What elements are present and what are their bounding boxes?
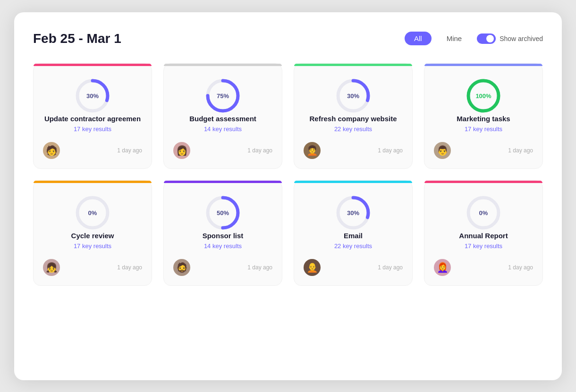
progress-text: 0% <box>88 209 97 216</box>
header-controls: All Mine Show archived <box>405 32 543 45</box>
card-footer: 👩 1 day ago <box>173 142 272 159</box>
avatar: 👩 <box>173 142 190 159</box>
card-key-results[interactable]: 17 key results <box>74 242 111 250</box>
time-ago: 1 day ago <box>508 264 533 271</box>
progress-text: 100% <box>475 92 491 99</box>
card-accent-bar <box>294 64 412 66</box>
card-title: Budget assessment <box>189 115 256 123</box>
filter-all-button[interactable]: All <box>405 32 432 45</box>
card-key-results[interactable]: 17 key results <box>465 242 502 250</box>
progress-donut: 50% <box>204 194 242 232</box>
card-key-results[interactable]: 17 key results <box>465 125 502 133</box>
card-accent-bar <box>164 181 282 183</box>
card-key-results[interactable]: 22 key results <box>334 242 372 250</box>
card-accent-bar <box>424 181 542 183</box>
task-card[interactable]: 100% Marketing tasks 17 key results 👨 1 … <box>424 63 543 169</box>
time-ago: 1 day ago <box>378 147 403 154</box>
time-ago: 1 day ago <box>117 147 142 154</box>
avatar: 🧑 <box>43 142 60 159</box>
cards-grid: 30% Update contractor agreemen 17 key re… <box>33 63 543 286</box>
progress-text: 0% <box>479 209 488 216</box>
progress-donut: 0% <box>74 194 111 232</box>
progress-donut: 30% <box>74 77 111 115</box>
card-title: Sponsor list <box>203 232 244 240</box>
task-card[interactable]: 30% Refresh company website 22 key resul… <box>294 63 413 169</box>
filter-mine-button[interactable]: Mine <box>437 32 472 45</box>
progress-donut: 30% <box>334 194 372 232</box>
card-title: Refresh company website <box>309 115 397 123</box>
card-footer: 👧 1 day ago <box>43 259 142 276</box>
progress-text: 30% <box>347 92 359 99</box>
card-key-results[interactable]: 22 key results <box>334 125 372 133</box>
card-accent-bar <box>34 64 152 66</box>
card-accent-bar <box>164 64 282 66</box>
show-archived-toggle-container: Show archived <box>477 33 543 44</box>
card-key-results[interactable]: 14 key results <box>204 125 242 133</box>
card-accent-bar <box>294 181 412 183</box>
progress-text: 75% <box>217 92 229 99</box>
card-title: Marketing tasks <box>457 115 510 123</box>
progress-donut: 0% <box>465 194 502 232</box>
card-footer: 🧑 1 day ago <box>43 142 142 159</box>
card-key-results[interactable]: 17 key results <box>74 125 111 133</box>
task-card[interactable]: 30% Update contractor agreemen 17 key re… <box>33 63 152 169</box>
header: Feb 25 - Mar 1 All Mine Show archived <box>33 31 543 46</box>
avatar: 👨 <box>434 142 451 159</box>
task-card[interactable]: 0% Cycle review 17 key results 👧 1 day a… <box>33 180 152 286</box>
avatar: 👧 <box>43 259 60 276</box>
time-ago: 1 day ago <box>117 264 142 271</box>
avatar: 👩‍🦰 <box>434 259 451 276</box>
card-accent-bar <box>424 64 542 66</box>
card-title: Cycle review <box>71 232 114 240</box>
progress-donut: 100% <box>465 77 502 115</box>
progress-donut: 75% <box>204 77 242 115</box>
card-title: Annual Report <box>459 232 508 240</box>
task-card[interactable]: 0% Annual Report 17 key results 👩‍🦰 1 da… <box>424 180 543 286</box>
show-archived-toggle[interactable] <box>477 33 496 44</box>
show-archived-label: Show archived <box>500 35 543 42</box>
card-accent-bar <box>34 181 152 183</box>
page-title: Feb 25 - Mar 1 <box>33 31 121 46</box>
progress-text: 50% <box>217 209 229 216</box>
task-card[interactable]: 30% Email 22 key results 🧑‍🦲 1 day ago <box>294 180 413 286</box>
card-title: Update contractor agreemen <box>44 115 141 123</box>
time-ago: 1 day ago <box>378 264 403 271</box>
card-footer: 👩‍🦰 1 day ago <box>434 259 533 276</box>
card-footer: 🧑‍🦲 1 day ago <box>304 259 403 276</box>
avatar: 🧑‍🦲 <box>304 259 321 276</box>
progress-donut: 30% <box>334 77 372 115</box>
card-footer: 🧔 1 day ago <box>173 259 272 276</box>
app-container: Feb 25 - Mar 1 All Mine Show archived 30… <box>14 12 562 380</box>
progress-text: 30% <box>347 209 359 216</box>
time-ago: 1 day ago <box>247 264 272 271</box>
task-card[interactable]: 50% Sponsor list 14 key results 🧔 1 day … <box>163 180 282 286</box>
avatar: 🧔 <box>173 259 190 276</box>
card-footer: 🧑‍🦱 1 day ago <box>304 142 403 159</box>
card-footer: 👨 1 day ago <box>434 142 533 159</box>
time-ago: 1 day ago <box>508 147 533 154</box>
avatar: 🧑‍🦱 <box>304 142 321 159</box>
card-key-results[interactable]: 14 key results <box>204 242 242 250</box>
time-ago: 1 day ago <box>247 147 272 154</box>
progress-text: 30% <box>86 92 99 99</box>
task-card[interactable]: 75% Budget assessment 14 key results 👩 1… <box>163 63 282 169</box>
card-title: Email <box>344 232 363 240</box>
